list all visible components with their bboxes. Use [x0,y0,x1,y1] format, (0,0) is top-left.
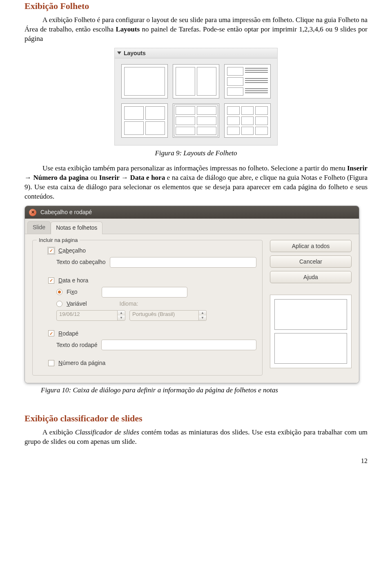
para-c-pre: A exibição [42,428,75,436]
row-texto-cabecalho: Texto do cabeçalho [38,257,256,268]
value-date: 19/06/12 [56,310,118,321]
para-1: A exibição Folheto é para configurar o l… [24,16,368,44]
layouts-panel-header[interactable]: Layouts [115,48,277,59]
layouts-grid [115,58,277,145]
row-data-hora: ✓ Data e hora [38,277,256,284]
cancel-button[interactable]: Cancelar [270,255,352,268]
layout-thumb-2[interactable] [173,64,219,98]
cancel-label: Cancelar [299,258,322,265]
label-data-hora: Data e hora [58,277,88,284]
para-2: Use esta exibição também para personaliz… [24,164,368,201]
apply-all-button[interactable]: Aplicar a todos [270,240,352,252]
para-2-mid1: ou [89,174,99,181]
label-variavel: Variável [67,300,87,308]
label-texto-rodape: Texto do rodapé [56,341,97,349]
layout-thumb-3[interactable] [224,64,271,98]
close-icon: ✕ [31,209,35,215]
caption-figure-10: Figura 10: Caixa de diálogo para definir… [41,386,368,395]
spinner-date[interactable]: 19/06/12 ▲▼ [56,310,125,321]
help-label: Ajuda [303,274,318,280]
layout-thumb-1[interactable] [121,64,168,98]
apply-all-label: Aplicar a todos [292,243,330,249]
layout-thumb-4[interactable] [121,103,168,138]
radio-fixo[interactable] [56,289,62,295]
layout-thumb-9[interactable] [224,103,271,138]
help-button[interactable]: Ajuda [270,271,352,283]
para-2-b2: Inserir → Data e hora [99,174,165,181]
spinner-buttons[interactable]: ▲▼ [118,310,125,321]
layout-thumb-6-selected[interactable] [173,103,219,138]
label-fixo: Fixo [67,288,77,296]
row-numero-pagina: ✓ Número da página [38,359,256,367]
para-classificador: A exibição Classificador de slides conté… [24,428,368,447]
checkbox-data-hora[interactable]: ✓ [48,277,54,284]
row-date-lang: 19/06/12 ▲▼ Português (Brasil) ▲▼ [38,310,256,321]
dialog-title: Cabeçalho e rodapé [40,208,92,216]
checkbox-rodape[interactable]: ✓ [48,330,54,336]
input-texto-rodape[interactable] [101,340,256,350]
label-cabecalho: Cabeçalho [58,247,86,255]
layouts-panel-title: Layouts [124,49,146,57]
radio-variavel[interactable] [56,301,62,307]
row-variavel: Variável Idioma: [38,300,256,308]
value-language: Português (Brasil) [129,310,199,321]
dialog-titlebar: ✕ Cabeçalho e rodapé [25,206,359,219]
row-fixo: Fixo [38,287,256,298]
layouts-panel: Layouts [114,48,278,146]
fieldset-legend: Incluir na página [37,237,80,244]
label-numero-pagina: Número da página [58,359,105,367]
checkbox-cabecalho[interactable]: ✓ [48,248,54,254]
include-on-page-fieldset: Incluir na página ✓ Cabeçalho Texto do c… [32,240,263,376]
para-1-bold: Layouts [116,25,140,33]
preview-box [270,295,352,368]
input-texto-cabecalho[interactable] [110,257,256,268]
tab-notas-folhetos[interactable]: Notas e folhetos [51,222,102,234]
label-idioma: Idioma: [120,300,138,308]
input-fixo[interactable] [102,287,187,298]
tab-slide[interactable]: Slide [27,221,51,234]
checkbox-numero-pagina[interactable]: ✓ [48,360,54,366]
para-2-pre: Use esta exibição também para personaliz… [42,164,347,172]
row-cabecalho: ✓ Cabeçalho [38,247,256,255]
para-c-em: Classificador de slides [75,428,139,436]
heading-exibicao-folheto: Exibição Folheto [24,0,368,12]
dialog-right-column: Aplicar a todos Cancelar Ajuda [270,240,352,376]
row-rodape: ✓ Rodapé [38,330,256,338]
label-rodape: Rodapé [58,330,78,338]
dialog-tabs: Slide Notas e folhetos [25,219,359,234]
header-footer-dialog: ✕ Cabeçalho e rodapé Slide Notas e folhe… [24,206,359,383]
caption-figure-9: Figura 9: Layouts de Folheto [24,149,368,158]
dialog-body: Incluir na página ✓ Cabeçalho Texto do c… [25,234,359,383]
label-texto-cabecalho: Texto do cabeçalho [56,258,106,266]
heading-classificador: Exibição classificador de slides [24,412,368,425]
header-footer-dialog-figure: ✕ Cabeçalho e rodapé Slide Notas e folhe… [24,206,368,383]
chevron-down-icon [117,51,121,54]
page-number: 12 [24,456,368,465]
spinner-language[interactable]: Português (Brasil) ▲▼ [129,310,207,321]
close-button[interactable]: ✕ [29,209,36,216]
row-texto-rodape: Texto do rodapé [38,340,256,350]
spinner-buttons-2[interactable]: ▲▼ [199,310,207,321]
